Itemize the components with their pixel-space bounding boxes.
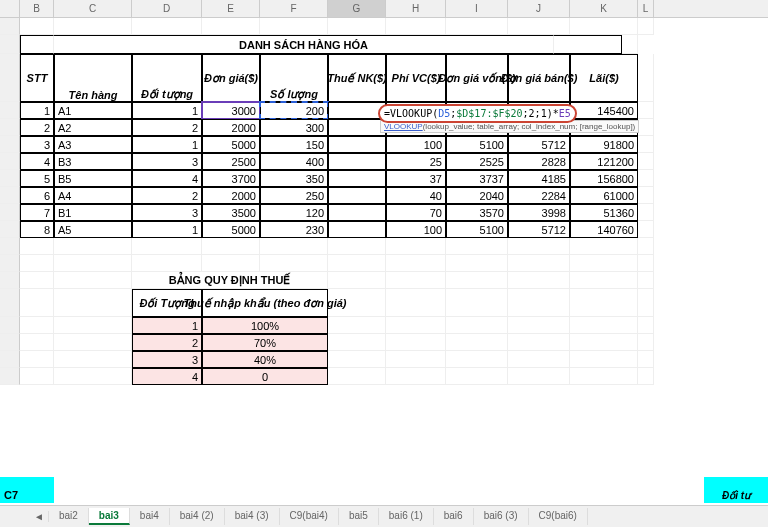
cell-sl[interactable]: 150 [260, 136, 328, 153]
cell-doi[interactable]: 4 [132, 170, 202, 187]
cell-ten[interactable]: B3 [54, 153, 132, 170]
sheet-tab[interactable]: bai2 [49, 508, 89, 525]
sheet-tab[interactable]: bai5 [339, 508, 379, 525]
cell-doi[interactable]: 2 [132, 119, 202, 136]
cell-dongia[interactable]: 5000 [202, 136, 260, 153]
cell-von[interactable]: 5100 [446, 136, 508, 153]
cell-phi[interactable]: 100 [386, 221, 446, 238]
cell-lai[interactable]: 91800 [570, 136, 638, 153]
cell-doi[interactable]: 3 [132, 153, 202, 170]
col-D[interactable]: D [132, 0, 202, 17]
cell-lai[interactable]: 51360 [570, 204, 638, 221]
cell-stt[interactable]: 2 [20, 119, 54, 136]
sheet-tab[interactable]: bai4 [130, 508, 170, 525]
cell-sl[interactable]: 120 [260, 204, 328, 221]
cell-sl[interactable]: 350 [260, 170, 328, 187]
cell-phi[interactable]: 100 [386, 136, 446, 153]
cell-ten[interactable]: B1 [54, 204, 132, 221]
cell-ten[interactable]: A1 [54, 102, 132, 119]
cell-ten[interactable]: B5 [54, 170, 132, 187]
col-C[interactable]: C [54, 0, 132, 17]
cell-ten[interactable]: A2 [54, 119, 132, 136]
name-box[interactable]: C7 [0, 477, 54, 503]
cell-von[interactable]: 2040 [446, 187, 508, 204]
cell-lai[interactable]: 140760 [570, 221, 638, 238]
sheet-tab[interactable]: C9(bai6) [529, 508, 588, 525]
col-B[interactable]: B [20, 0, 54, 17]
cell-dongia[interactable]: 2500 [202, 153, 260, 170]
cell-ban[interactable]: 2828 [508, 153, 570, 170]
cell-von[interactable]: 2525 [446, 153, 508, 170]
cell-thue[interactable] [328, 204, 386, 221]
cell-dongia[interactable]: 5000 [202, 221, 260, 238]
t2-pct[interactable]: 70% [202, 334, 328, 351]
t2-doi[interactable]: 1 [132, 317, 202, 334]
cell-ban[interactable]: 4185 [508, 170, 570, 187]
cell-ban[interactable]: 5712 [508, 221, 570, 238]
cell-doi[interactable]: 1 [132, 136, 202, 153]
t2-pct[interactable]: 100% [202, 317, 328, 334]
cell-doi[interactable]: 1 [132, 102, 202, 119]
col-K[interactable]: K [570, 0, 638, 17]
cell-doi[interactable]: 3 [132, 204, 202, 221]
col-E[interactable]: E [202, 0, 260, 17]
col-H[interactable]: H [386, 0, 446, 17]
cell-sl[interactable]: 200 [260, 102, 328, 119]
sheet-tab[interactable]: bai3 [89, 508, 130, 525]
col-I[interactable]: I [446, 0, 508, 17]
cell-phi[interactable]: 70 [386, 204, 446, 221]
cell-doi[interactable]: 2 [132, 187, 202, 204]
cell-thue[interactable] [328, 153, 386, 170]
cell-dongia[interactable]: 3500 [202, 204, 260, 221]
cell-stt[interactable]: 8 [20, 221, 54, 238]
cell-von[interactable]: 3737 [446, 170, 508, 187]
cell-stt[interactable]: 1 [20, 102, 54, 119]
t2-doi[interactable]: 2 [132, 334, 202, 351]
cell-ban[interactable]: 3998 [508, 204, 570, 221]
col-F[interactable]: F [260, 0, 328, 17]
cell-ten[interactable]: A3 [54, 136, 132, 153]
cell-phi[interactable]: 25 [386, 153, 446, 170]
col-G[interactable]: G [328, 0, 386, 17]
cell-dongia[interactable]: 3000 [202, 102, 260, 119]
sheet-tab[interactable]: bai6 (1) [379, 508, 434, 525]
cell-thue[interactable] [328, 136, 386, 153]
cell-stt[interactable]: 5 [20, 170, 54, 187]
t2-doi[interactable]: 4 [132, 368, 202, 385]
cell-dongia[interactable]: 2000 [202, 187, 260, 204]
cell-ten[interactable]: A4 [54, 187, 132, 204]
cell-stt[interactable]: 4 [20, 153, 54, 170]
formula-editor[interactable]: =VLOOKUP(D5;$D$17:$F$20;2;1)*E5 [378, 104, 577, 123]
cell-dongia[interactable]: 2000 [202, 119, 260, 136]
sheet-tab[interactable]: bai6 [434, 508, 474, 525]
cell-phi[interactable]: 37 [386, 170, 446, 187]
col-J[interactable]: J [508, 0, 570, 17]
sheet-tab[interactable]: bai4 (2) [170, 508, 225, 525]
cell-lai[interactable]: 61000 [570, 187, 638, 204]
cell-dongia[interactable]: 3700 [202, 170, 260, 187]
cell-stt[interactable]: 3 [20, 136, 54, 153]
cell-thue[interactable] [328, 221, 386, 238]
cell-thue[interactable] [328, 170, 386, 187]
cell-thue[interactable] [328, 119, 386, 136]
cell-ten[interactable]: A5 [54, 221, 132, 238]
cell-thue[interactable] [328, 187, 386, 204]
cell-sl[interactable]: 300 [260, 119, 328, 136]
cell-ban[interactable]: 5712 [508, 136, 570, 153]
cell-stt[interactable]: 7 [20, 204, 54, 221]
cell-lai[interactable]: 156800 [570, 170, 638, 187]
cell-von[interactable]: 5100 [446, 221, 508, 238]
tab-nav-left-icon[interactable]: ◄ [30, 511, 49, 522]
cell-lai[interactable]: 145400 [570, 102, 638, 119]
cell-lai[interactable]: 121200 [570, 153, 638, 170]
t2-pct[interactable]: 0 [202, 368, 328, 385]
grid[interactable]: DANH SÁCH HÀNG HÓA STT Tên hàng Đối tượn… [0, 18, 768, 385]
sheet-tab[interactable]: C9(bai4) [280, 508, 339, 525]
cell-sl[interactable]: 230 [260, 221, 328, 238]
cell-doi[interactable]: 1 [132, 221, 202, 238]
cell-sl[interactable]: 400 [260, 153, 328, 170]
col-L[interactable]: L [638, 0, 654, 17]
cell-von[interactable]: 3570 [446, 204, 508, 221]
t2-pct[interactable]: 40% [202, 351, 328, 368]
cell-stt[interactable]: 6 [20, 187, 54, 204]
